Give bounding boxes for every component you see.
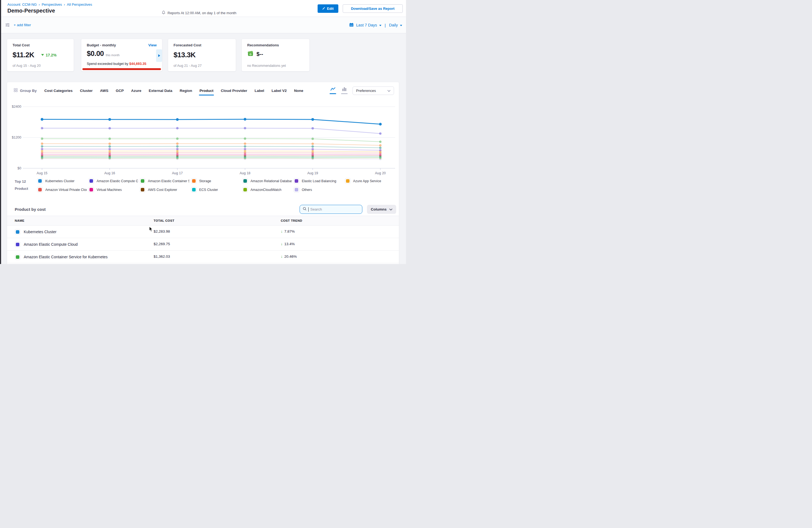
- data-point-kubernetes-cluster[interactable]: [311, 118, 314, 121]
- edit-button[interactable]: Edit: [318, 4, 338, 13]
- legend-item-virtual-machines[interactable]: Virtual Machines: [88, 187, 138, 193]
- data-point-amazon-elastic-container-service-for-kubernetes[interactable]: [108, 137, 111, 140]
- legend-swatch: [141, 179, 144, 183]
- data-point-kubernetes-cluster[interactable]: [41, 118, 43, 121]
- data-point-storage[interactable]: [311, 143, 314, 145]
- legend-swatch: [141, 188, 144, 191]
- data-point-storage[interactable]: [176, 142, 179, 145]
- total-cost-label: Total Cost: [13, 43, 68, 47]
- breadcrumb-link-account-ccm-ng[interactable]: Account: CCM-NG: [8, 2, 37, 6]
- data-point-kubernetes-cluster[interactable]: [108, 118, 111, 121]
- groupby-tab-cluster[interactable]: Cluster: [80, 89, 93, 93]
- data-point-amazon-elastic-compute-cloud[interactable]: [244, 127, 246, 129]
- data-point-storage[interactable]: [379, 144, 382, 147]
- groupby-tab-cost-categories[interactable]: Cost Categories: [44, 89, 73, 93]
- legend-label: Others: [302, 188, 312, 192]
- add-filter-link[interactable]: + add filter: [14, 23, 31, 27]
- data-point-amazon-elastic-compute-cloud[interactable]: [379, 132, 382, 135]
- chevron-down-icon: [388, 89, 390, 93]
- groupby-tab-gcp[interactable]: GCP: [116, 89, 124, 93]
- row-total-cost: $1,362.03: [154, 254, 170, 259]
- data-point-amazon-elastic-compute-cloud[interactable]: [108, 127, 111, 130]
- legend-item-amazon-elastic-container-service-for-kubernetes[interactable]: Amazon Elastic Container Se...: [140, 178, 189, 184]
- legend-item-others[interactable]: Others: [294, 187, 343, 193]
- breadcrumb-link-all-perspectives[interactable]: All Perspectives: [67, 2, 92, 6]
- legend-item-elastic-load-balancing[interactable]: Elastic Load Balancing: [294, 178, 343, 184]
- bar-chart-toggle[interactable]: [341, 87, 348, 94]
- legend-swatch: [295, 179, 298, 183]
- legend-item-azure-app-service[interactable]: Azure App Service: [345, 178, 394, 184]
- series-line-storage: [42, 144, 380, 145]
- legend-item-amazon-relational-database-service[interactable]: Amazon Relational Database ...: [242, 178, 292, 184]
- legend-item-amazon-virtual-private-cloud[interactable]: Amazon Virtual Private Cloud: [37, 187, 87, 193]
- groupby-tab-aws[interactable]: AWS: [100, 89, 108, 93]
- data-point-amazon-relational-database-service[interactable]: [108, 145, 111, 148]
- legend-item-storage[interactable]: Storage: [191, 178, 241, 184]
- legend-item-aws-cost-explorer[interactable]: AWS Cost Explorer: [140, 187, 189, 193]
- data-point-storage[interactable]: [244, 142, 246, 145]
- data-point-elastic-load-balancing[interactable]: [108, 148, 111, 150]
- groupby-tab-azure[interactable]: Azure: [131, 89, 142, 93]
- data-point-elastic-load-balancing[interactable]: [379, 149, 382, 151]
- data-point-amazon-elastic-compute-cloud[interactable]: [41, 127, 43, 129]
- groupby-tab-none[interactable]: None: [294, 89, 303, 93]
- data-point-storage[interactable]: [41, 142, 43, 145]
- data-point-kubernetes-cluster[interactable]: [176, 118, 179, 121]
- columns-dropdown[interactable]: Columns: [367, 205, 396, 214]
- data-point-amazon-relational-database-service[interactable]: [176, 145, 179, 148]
- date-range-dropdown[interactable]: Last 7 Days: [356, 23, 381, 27]
- data-point-amazon-relational-database-service[interactable]: [41, 145, 43, 148]
- data-point-amazon-elastic-container-service-for-kubernetes[interactable]: [176, 137, 179, 140]
- granularity-dropdown[interactable]: Daily: [389, 23, 402, 27]
- data-point-amazon-relational-database-service[interactable]: [311, 145, 314, 148]
- groupby-tab-label[interactable]: Label: [255, 89, 264, 93]
- legend-item-kubernetes-cluster[interactable]: Kubernetes Cluster: [37, 178, 87, 184]
- groupby-tab-external-data[interactable]: External Data: [149, 89, 172, 93]
- data-point-elastic-load-balancing[interactable]: [311, 148, 314, 150]
- row-name: Amazon Elastic Container Service for Kub…: [24, 255, 107, 259]
- table-row[interactable]: Kubernetes Cluster$2,283.98↓7.87%: [7, 225, 399, 238]
- line-chart-toggle[interactable]: [330, 87, 336, 94]
- data-point-elastic-load-balancing[interactable]: [41, 148, 43, 150]
- data-point-amazon-relational-database-service[interactable]: [379, 147, 382, 149]
- data-point-elastic-load-balancing[interactable]: [176, 148, 179, 150]
- legend-label: Amazon Relational Database ...: [250, 179, 292, 183]
- groupby-tab-cloud-provider[interactable]: Cloud Provider: [221, 89, 247, 93]
- filter-sliders-icon[interactable]: [5, 23, 10, 28]
- data-point-elastic-load-balancing[interactable]: [244, 148, 246, 150]
- data-point-storage[interactable]: [108, 142, 111, 145]
- data-point-amazon-elastic-container-service-for-kubernetes[interactable]: [244, 137, 246, 140]
- download-save-report-button[interactable]: Download/Save as Report: [343, 4, 403, 13]
- column-header-name[interactable]: NAME: [15, 219, 24, 222]
- data-point-amazon-elastic-container-service-for-kubernetes[interactable]: [41, 137, 43, 140]
- report-schedule-text: Reports At 12:00 AM, on day 1 of the mon…: [168, 11, 236, 15]
- series-line-azure-app-service: [42, 151, 380, 152]
- column-header-cost-trend[interactable]: COST TREND: [281, 219, 302, 222]
- budget-view-link[interactable]: View: [148, 43, 157, 47]
- table-row[interactable]: Amazon Elastic Container Service for Kub…: [7, 251, 399, 263]
- data-point-amazon-relational-database-service[interactable]: [244, 145, 246, 148]
- legend-item-ecs-cluster[interactable]: ECS Cluster: [191, 187, 241, 193]
- table-row[interactable]: Amazon Elastic Compute Cloud$2,269.75↓13…: [7, 238, 399, 251]
- data-point-amazon-elastic-container-service-for-kubernetes[interactable]: [379, 141, 382, 143]
- data-point-kubernetes-cluster[interactable]: [379, 123, 382, 126]
- x-axis-label: Aug 18: [240, 171, 250, 175]
- groupby-tab-region[interactable]: Region: [179, 89, 192, 93]
- data-point-amazon-elastic-compute-cloud[interactable]: [311, 127, 314, 130]
- legend-item-amazoncloudwatch[interactable]: AmazonCloudWatch: [242, 187, 292, 193]
- data-point-kubernetes-cluster[interactable]: [244, 118, 246, 120]
- preferences-dropdown[interactable]: Preferences: [352, 86, 394, 95]
- breadcrumb-link-perspectives[interactable]: Perspectives: [42, 2, 62, 6]
- legend-swatch: [89, 179, 93, 183]
- groupby-tab-label-v2[interactable]: Label V2: [272, 89, 287, 93]
- search-input[interactable]: [310, 207, 357, 211]
- legend-title: Top 12 Product: [15, 178, 37, 193]
- search-icon: [303, 207, 307, 212]
- column-header-total-cost[interactable]: TOTAL COST: [154, 219, 174, 222]
- data-point-amazon-elastic-compute-cloud[interactable]: [176, 127, 179, 130]
- groupby-tab-product[interactable]: Product: [200, 89, 213, 93]
- row-cost-trend: ↓20.46%: [281, 254, 297, 259]
- data-point-amazon-elastic-container-service-for-kubernetes[interactable]: [311, 137, 314, 140]
- legend-item-amazon-elastic-compute-cloud[interactable]: Amazon Elastic Compute Clo...: [88, 178, 138, 184]
- budget-next-button[interactable]: [156, 49, 162, 62]
